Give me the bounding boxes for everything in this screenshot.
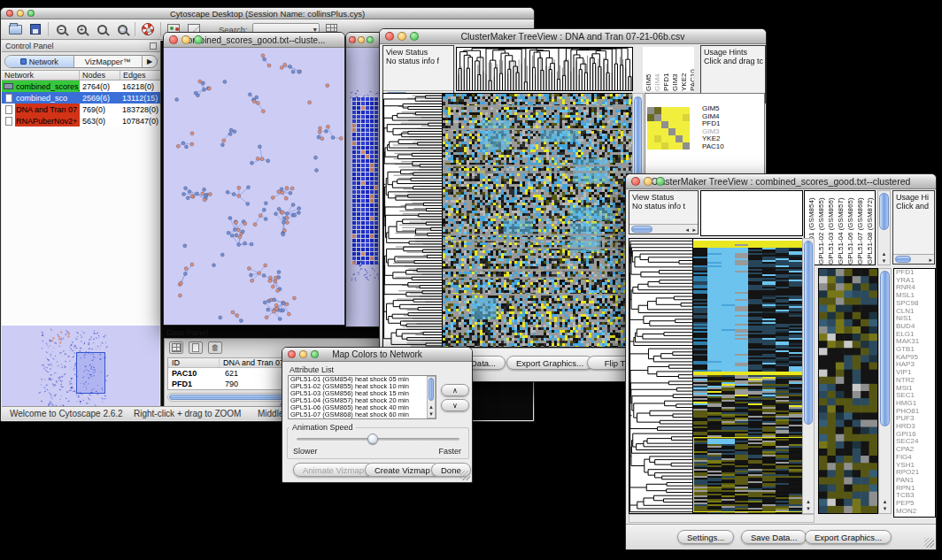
tv1-heatmap-canvas[interactable] [442, 93, 633, 348]
matrix-cell[interactable] [668, 135, 676, 142]
matrix-cell[interactable] [661, 142, 668, 150]
tv2-zoom-vscrollbar[interactable]: ▴ ▾ [878, 268, 892, 514]
scrollbar-thumb[interactable] [880, 271, 890, 426]
dense-network-canvas[interactable] [346, 48, 383, 326]
scroll-right-icon[interactable]: ▸ [929, 256, 932, 264]
tv1-row-label[interactable]: PAC10 [702, 143, 724, 151]
close-button[interactable] [169, 35, 178, 44]
tv2-column-label[interactable]: GPL51-07 (GSM868) [856, 191, 864, 265]
close-button[interactable] [288, 350, 296, 358]
scroll-up-icon[interactable]: ▴ [879, 498, 891, 505]
matrix-cell[interactable] [647, 121, 654, 128]
scrollbar-thumb[interactable] [879, 193, 889, 230]
move-down-button[interactable]: ∨ [441, 399, 469, 411]
close-button[interactable] [631, 177, 640, 186]
matrix-cell[interactable] [683, 121, 690, 128]
zoom-button[interactable] [194, 35, 203, 44]
tv1-column-label[interactable]: GIM3 [671, 47, 679, 91]
resize-grip[interactable] [460, 471, 470, 480]
zoom-in-button[interactable]: + [73, 21, 89, 37]
tv2-heatmap-vscrollbar[interactable]: ▴ ▾ [802, 238, 815, 514]
background-window-title-bar[interactable] [346, 33, 383, 48]
matrix-cell[interactable] [676, 121, 683, 128]
matrix-cell[interactable] [668, 114, 676, 121]
gene-label[interactable]: MON2 [896, 508, 935, 516]
tv1-column-dendrogram[interactable] [456, 47, 633, 91]
matrix-cell[interactable] [661, 107, 668, 114]
tv2-column-label[interactable]: GPL51-03 (GSM856) [827, 191, 835, 265]
zoom-button[interactable] [367, 36, 374, 43]
treeview2-title-bar[interactable]: ClusterMaker TreeView : combined_scores_… [626, 174, 936, 189]
matrix-cell[interactable] [683, 128, 690, 135]
tv1-column-label[interactable]: PAC10 [689, 47, 694, 91]
scroll-right-icon[interactable]: ▸ [692, 226, 696, 234]
scrollbar-thumb[interactable] [804, 241, 813, 425]
speed-slider-track[interactable] [297, 438, 459, 441]
scroll-down-icon[interactable]: ▾ [878, 257, 890, 265]
matrix-cell[interactable] [676, 142, 683, 150]
tv2-column-label[interactable]: GPL51-02 (GSM855) [817, 191, 825, 265]
matrix-cell[interactable] [676, 114, 683, 121]
matrix-cell[interactable] [654, 114, 661, 121]
move-up-button[interactable]: ∧ [441, 384, 469, 396]
network-row[interactable]: combined_scores_ 2764(0) 16218(0) [2, 81, 160, 92]
open-session-button[interactable] [7, 21, 23, 37]
tv2-column-tree-area[interactable] [700, 190, 803, 236]
matrix-cell[interactable] [647, 135, 654, 142]
matrix-cell[interactable] [654, 121, 661, 128]
scroll-up-icon[interactable]: ▴ [878, 250, 890, 257]
matrix-cell[interactable] [654, 135, 661, 142]
scroll-down-icon[interactable]: ▾ [803, 505, 814, 512]
scroll-up-icon[interactable]: ▴ [803, 498, 814, 505]
tv1-column-label[interactable]: GIM5 [645, 47, 652, 91]
zoom-fit-button[interactable]: □ [114, 21, 130, 37]
scrollbar-thumb[interactable] [429, 378, 434, 401]
id-column-header[interactable]: ID [168, 358, 220, 367]
matrix-cell[interactable] [668, 142, 676, 150]
minimize-button[interactable] [358, 36, 365, 43]
close-button[interactable] [385, 32, 394, 41]
network-row[interactable]: combined_sco 2569(6) 13112(15) [2, 92, 160, 104]
save-session-button[interactable] [27, 21, 43, 37]
matrix-cell[interactable] [661, 135, 668, 142]
minimize-button[interactable] [644, 177, 652, 186]
delete-attribute-button[interactable]: 🗑 [208, 341, 222, 354]
tv1-mini-heatmap-matrix[interactable] [647, 107, 690, 150]
matrix-cell[interactable] [654, 107, 661, 114]
select-attributes-button[interactable] [169, 341, 183, 354]
dialog-title-bar[interactable]: Map Colors to Network [282, 348, 472, 362]
matrix-cell[interactable] [683, 107, 690, 114]
create-vizmap-button[interactable]: Create Vizmap [365, 463, 440, 477]
animate-vizmap-button[interactable]: Animate Vizmap [293, 463, 374, 477]
zoom-selected-button[interactable] [94, 21, 110, 37]
tv2-status-hscrollbar[interactable]: ◂ ▸ [629, 224, 698, 234]
float-panel-icon[interactable] [150, 42, 157, 50]
tv2-column-label[interactable]: GPL51-08 (GSM872) [866, 191, 874, 265]
scroll-down-icon[interactable]: ▾ [428, 410, 435, 418]
tv1-column-label[interactable]: PFD1 [662, 47, 670, 91]
tv1-row-dendrogram[interactable] [382, 93, 443, 348]
tv2-usage-hscrollbar[interactable]: ▸ [893, 254, 934, 264]
scroll-left-icon[interactable]: ◂ [685, 226, 689, 234]
settings-button[interactable]: Settings... [677, 530, 734, 544]
minimize-button[interactable] [398, 32, 406, 41]
tv2-row-dendrogram[interactable] [629, 238, 693, 514]
close-button[interactable] [349, 36, 356, 43]
tv2-column-label[interactable]: GPL51-06 (GSM865) [846, 191, 854, 265]
zoom-button[interactable] [656, 177, 665, 186]
matrix-cell[interactable] [676, 135, 683, 142]
matrix-cell[interactable] [668, 128, 676, 135]
matrix-cell[interactable] [668, 121, 676, 128]
treeview1-title-bar[interactable]: ClusterMaker TreeView : DNA and Tran 07-… [380, 29, 766, 44]
matrix-cell[interactable] [661, 121, 668, 128]
attribute-listbox[interactable]: GPL51-01 (GSM854) heat shock 05 minGPL51… [288, 375, 436, 419]
network-row[interactable]: RNAPuberNov2+ 563(0) 107847(0) [2, 115, 160, 127]
scrollbar-thumb[interactable] [631, 226, 652, 233]
zoom-button[interactable] [311, 350, 319, 358]
matrix-cell[interactable] [654, 142, 661, 150]
tv2-column-label[interactable]: GPL51-04 (GSM857) [837, 191, 845, 265]
matrix-cell[interactable] [647, 142, 654, 150]
scroll-up-icon[interactable]: ▴ [428, 403, 435, 410]
main-title-bar[interactable]: Cytoscape Desktop (Session Name: collins… [1, 8, 534, 19]
zoom-out-button[interactable]: − [53, 21, 69, 37]
